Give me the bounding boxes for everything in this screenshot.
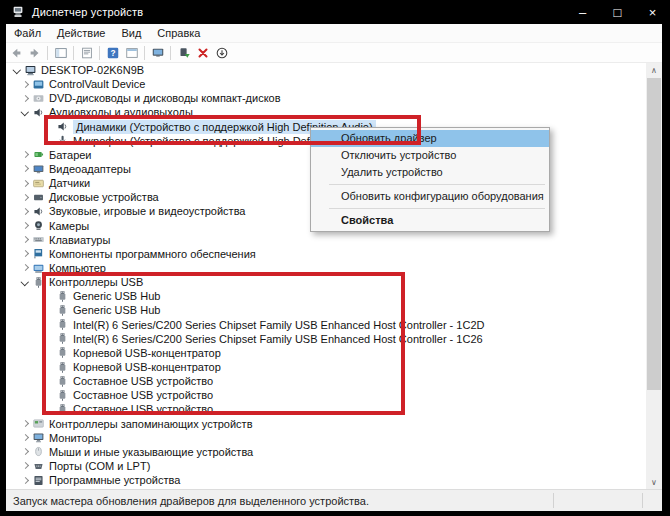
tree-item-keyboards[interactable]: Клавиатуры	[6, 233, 646, 247]
tree-item-label: Контроллеры запоминающих устройств	[49, 417, 252, 431]
expand-chevron-icon[interactable]	[20, 77, 32, 91]
device-icon	[24, 64, 37, 77]
back-icon[interactable]	[6, 44, 25, 61]
tree-item-label: Мониторы	[49, 431, 102, 445]
tree-item-storage-controllers[interactable]: Контроллеры запоминающих устройств	[6, 417, 646, 431]
tree-item-mice[interactable]: Мыши и иные указывающие устройства	[6, 445, 646, 459]
menuitem-scan-hardware-changes[interactable]: Обновить конфигурацию оборудования	[311, 188, 549, 205]
context-menu-item[interactable]	[329, 208, 545, 209]
toolbar-button[interactable]	[167, 44, 174, 61]
device-icon	[32, 177, 45, 190]
maximize-button[interactable]: □	[600, 0, 635, 24]
tree-item-label: Камеры	[49, 219, 89, 233]
tree-item-label: Дисковые устройства	[49, 190, 159, 204]
expand-chevron-icon[interactable]	[20, 91, 32, 105]
expand-chevron-icon[interactable]	[20, 148, 32, 162]
menu-file[interactable]: Файл	[6, 27, 49, 39]
device-icon	[32, 417, 45, 430]
vertical-scrollbar[interactable]: ∧ ∨	[646, 63, 662, 490]
help-icon[interactable]	[103, 44, 122, 61]
device-icon	[32, 78, 45, 91]
status-text: Запуск мастера обновления драйверов для …	[13, 495, 369, 507]
tree-item-label: Батареи	[49, 148, 92, 162]
device-icon	[32, 92, 45, 105]
tree-item-software-devices[interactable]: Программные устройства	[6, 473, 646, 487]
expand-chevron-icon[interactable]	[20, 261, 32, 275]
menu-action[interactable]: Действие	[49, 27, 113, 39]
tree-item-label: Компоненты программного обеспечения	[49, 247, 256, 261]
tree-item-monitors[interactable]: Мониторы	[6, 431, 646, 445]
scan-hardware-icon[interactable]	[148, 44, 167, 61]
device-icon	[32, 233, 45, 246]
window-controls: – □ ×	[565, 0, 670, 24]
menuitem-uninstall-device[interactable]: Удалить устройство	[311, 164, 549, 181]
tree-item-label: DESKTOP-02K6N9B	[41, 63, 144, 77]
tree-item-desktop[interactable]: DESKTOP-02K6N9B	[6, 63, 646, 77]
tree-item-label: Программные устройства	[49, 473, 180, 487]
annotation-rect-speakers	[44, 115, 421, 145]
minimize-button[interactable]: –	[565, 0, 600, 24]
menu-help[interactable]: Справка	[149, 27, 208, 39]
expand-chevron-icon[interactable]	[20, 204, 32, 218]
toolbar-button[interactable]	[70, 44, 77, 61]
disable-device-icon[interactable]	[212, 44, 231, 61]
device-icon	[32, 474, 45, 487]
annotation-rect-usb-controllers	[42, 272, 405, 415]
expand-chevron-icon[interactable]	[20, 445, 32, 459]
expand-chevron-icon[interactable]	[20, 275, 32, 289]
status-separator	[642, 493, 643, 508]
device-icon	[32, 247, 45, 260]
scrollbar-thumb[interactable]	[647, 78, 661, 390]
scroll-up-icon[interactable]: ∧	[646, 63, 662, 78]
console-tree-icon[interactable]	[51, 44, 70, 61]
tree-item-label: Звуковые, игровые и видеоустройства	[49, 204, 246, 218]
tree-item-controlvault[interactable]: ControlVault Device	[6, 77, 646, 91]
device-icon	[32, 219, 45, 232]
toolbar-button[interactable]	[96, 44, 103, 61]
scroll-down-icon[interactable]: ∨	[646, 475, 662, 490]
toolbar	[6, 43, 662, 63]
tree-item-label: Датчики	[49, 176, 90, 190]
device-icon	[32, 445, 45, 458]
item-properties-icon[interactable]	[122, 44, 141, 61]
tree-item-label: Мыши и иные указывающие устройства	[49, 445, 253, 459]
context-menu-item[interactable]	[329, 184, 545, 185]
menuitem-properties[interactable]: Свойства	[311, 212, 549, 229]
toolbar-button[interactable]	[141, 44, 148, 61]
window-title: Диспетчер устройств	[32, 6, 143, 18]
expand-chevron-icon[interactable]	[20, 233, 32, 247]
expand-chevron-icon[interactable]	[20, 473, 32, 487]
forward-icon[interactable]	[25, 44, 44, 61]
status-bar: Запуск мастера обновления драйверов для …	[6, 489, 662, 511]
device-icon	[32, 191, 45, 204]
expand-chevron-icon[interactable]	[20, 247, 32, 261]
menu-bar: ФайлДействиеВидСправка	[6, 24, 662, 43]
expand-chevron-icon[interactable]	[20, 190, 32, 204]
close-button[interactable]: ×	[635, 0, 670, 24]
tree-item-label: DVD-дисководы и дисководы компакт-дисков	[49, 91, 281, 105]
expand-chevron-icon[interactable]	[20, 431, 32, 445]
tree-item-ports[interactable]: Порты (COM и LPT)	[6, 459, 646, 473]
toolbar-button[interactable]	[44, 44, 51, 61]
update-driver-icon[interactable]	[174, 44, 193, 61]
device-manager-app-icon	[11, 5, 25, 19]
expand-chevron-icon[interactable]	[20, 162, 32, 176]
expand-chevron-icon[interactable]	[12, 63, 24, 77]
tree-item-software-components[interactable]: Компоненты программного обеспечения	[6, 247, 646, 261]
expand-chevron-icon[interactable]	[20, 417, 32, 431]
expand-chevron-icon[interactable]	[20, 459, 32, 473]
expand-chevron-icon[interactable]	[20, 105, 32, 119]
properties-list-icon[interactable]	[77, 44, 96, 61]
menuitem-disable-device[interactable]: Отключить устройство	[311, 147, 549, 164]
status-separator	[553, 493, 554, 508]
tree-item-dvd[interactable]: DVD-дисководы и дисководы компакт-дисков	[6, 91, 646, 105]
device-manager-window: Диспетчер устройств – □ × ФайлДействиеВи…	[0, 0, 670, 516]
tree-item-label: Клавиатуры	[49, 233, 110, 247]
device-icon	[32, 431, 45, 444]
menu-view[interactable]: Вид	[113, 27, 149, 39]
expand-chevron-icon[interactable]	[20, 176, 32, 190]
expand-chevron-icon[interactable]	[20, 219, 32, 233]
device-icon	[32, 148, 45, 161]
window-body: ФайлДействиеВидСправка	[6, 24, 662, 511]
uninstall-device-icon[interactable]	[193, 44, 212, 61]
